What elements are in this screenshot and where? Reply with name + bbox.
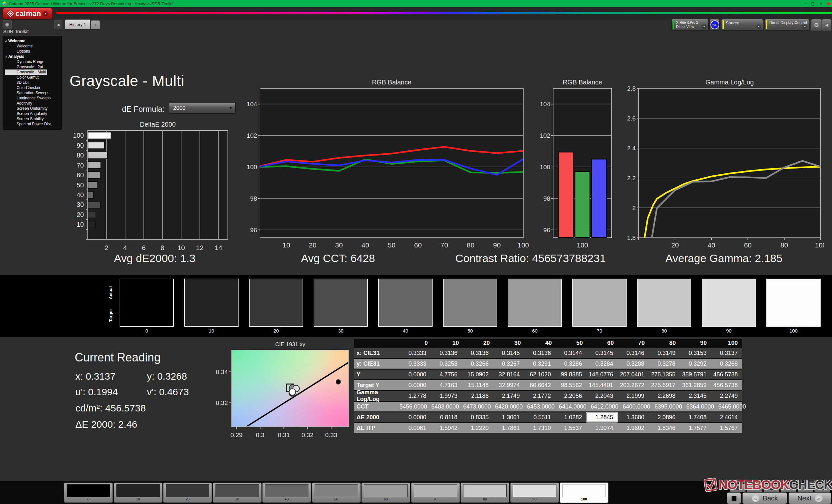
table-cell[interactable]: 1.7408 xyxy=(680,413,711,422)
meter-button[interactable]: X-Rite i1Pro 2 Direct View ▼ xyxy=(672,19,708,30)
table-cell[interactable]: 60.6642 xyxy=(524,380,555,390)
table-cell[interactable]: 0.3292 xyxy=(680,359,711,369)
table-cell[interactable]: 2.2043 xyxy=(586,391,618,401)
table-cell[interactable]: 1.9973 xyxy=(431,391,462,401)
table-cell[interactable]: 1.9802 xyxy=(618,423,649,433)
table-cell[interactable]: 0.3286 xyxy=(555,359,586,369)
table-cell[interactable]: 0.3291 xyxy=(524,359,555,369)
table-cell[interactable]: 0.3136 xyxy=(431,348,462,358)
table-cell[interactable]: 361.2859 xyxy=(680,380,711,390)
table-cell[interactable]: 1.7577 xyxy=(680,423,711,433)
table-cell[interactable]: 1.7861 xyxy=(493,423,524,433)
sidebar-item-screen-stability[interactable]: Screen Stability xyxy=(5,116,60,121)
table-cell[interactable]: 32.9974 xyxy=(493,380,524,390)
transport-button[interactable] xyxy=(798,484,813,492)
sidebar-group[interactable]: ◢Welcome xyxy=(5,38,60,44)
de-formula-dropdown[interactable]: 2000 ▼ xyxy=(169,103,236,114)
table-cell[interactable]: 5456.0000 xyxy=(399,402,431,412)
table-cell[interactable]: 0.3253 xyxy=(431,359,462,369)
table-cell[interactable]: 0.3144 xyxy=(555,348,586,358)
pattern-button-0[interactable]: 0 xyxy=(64,482,113,503)
table-cell[interactable]: 1.5942 xyxy=(431,423,462,433)
pattern-button-90[interactable]: 90 xyxy=(510,482,559,503)
table-cell[interactable]: 0.0000 xyxy=(399,369,431,379)
settings-button[interactable]: ⚙ xyxy=(811,19,822,31)
table-cell[interactable]: 0.3288 xyxy=(618,359,649,369)
table-cell[interactable]: 2.1772 xyxy=(524,391,555,401)
table-cell[interactable]: 1.3061 xyxy=(493,413,524,422)
table-cell[interactable]: 4.7163 xyxy=(431,380,462,390)
table-cell[interactable]: 0.3145 xyxy=(493,348,524,358)
sidebar-item-color-gamut[interactable]: Color Gamut xyxy=(5,75,60,80)
table-cell[interactable]: 0.3146 xyxy=(618,348,649,358)
sidebar-item-colorchecker[interactable]: ColorChecker xyxy=(5,85,60,90)
table-cell[interactable]: 1.5767 xyxy=(711,423,742,433)
table-cell[interactable]: 1.0282 xyxy=(555,413,586,422)
table-cell[interactable]: 275.1355 xyxy=(649,369,680,379)
table-cell[interactable]: 0.3333 xyxy=(399,348,431,358)
table-cell[interactable]: 6465.0000 xyxy=(718,402,750,412)
table-cell[interactable]: 0.0000 xyxy=(399,380,431,390)
table-cell[interactable]: 6420.0000 xyxy=(495,402,527,412)
table-cell[interactable]: 0.3153 xyxy=(680,348,711,358)
pattern-button-70[interactable]: 70 xyxy=(411,482,460,503)
table-cell[interactable]: 6364.0000 xyxy=(686,402,718,412)
table-cell[interactable]: 0.3137 xyxy=(711,348,742,358)
table-cell[interactable]: 456.5738 xyxy=(711,380,742,390)
transport-button[interactable] xyxy=(730,484,746,492)
transport-button[interactable] xyxy=(781,484,796,492)
sidebar-item-grayscale-2pt[interactable]: Grayscale - 2pt xyxy=(5,64,60,69)
stop-button[interactable] xyxy=(727,492,741,504)
sidebar-item-3d-lut[interactable]: 3D LUT xyxy=(5,80,60,85)
sidebar-item-screen-angularity[interactable]: Screen Angularity xyxy=(5,111,60,116)
table-cell[interactable]: 2.2056 xyxy=(555,391,586,401)
table-cell[interactable]: 6412.0000 xyxy=(591,402,623,412)
table-cell[interactable]: 0.3267 xyxy=(493,359,524,369)
table-cell[interactable]: 1.7310 xyxy=(524,423,555,433)
close-icon[interactable]: ✕ xyxy=(819,0,823,7)
table-cell[interactable]: 15.1148 xyxy=(462,380,493,390)
display-control-button[interactable]: Direct Display Control ▼ xyxy=(765,19,809,30)
table-cell[interactable]: 1.2845 xyxy=(586,413,618,422)
table-cell[interactable]: 32.8164 xyxy=(493,369,524,379)
pattern-button-50[interactable]: 50 xyxy=(312,482,361,503)
pattern-button-10[interactable]: 10 xyxy=(114,482,162,503)
calman-menu-button[interactable]: calman ▼ xyxy=(3,8,53,19)
table-cell[interactable]: 2.2749 xyxy=(711,391,742,401)
pattern-button-80[interactable]: 80 xyxy=(461,482,509,503)
table-cell[interactable]: 203.2672 xyxy=(618,380,649,390)
table-cell[interactable]: 1.2778 xyxy=(399,391,431,401)
sidebar-item-options[interactable]: Options xyxy=(5,49,60,54)
table-cell[interactable]: 207.0401 xyxy=(618,369,649,379)
maximize-icon[interactable]: ▢ xyxy=(811,0,815,7)
collapse-sidebar-button[interactable]: ◀ xyxy=(54,20,62,29)
table-cell[interactable]: 0.5511 xyxy=(524,413,555,422)
table-cell[interactable]: 275.6917 xyxy=(649,380,680,390)
table-cell[interactable]: 0.3278 xyxy=(649,359,680,369)
pattern-button-40[interactable]: 40 xyxy=(262,482,311,503)
table-cell[interactable]: 62.1020 xyxy=(524,369,555,379)
sidebar-group[interactable]: ◢Analysis xyxy=(5,54,60,59)
table-cell[interactable]: 6473.0000 xyxy=(463,402,495,412)
table-cell[interactable]: 1.3680 xyxy=(618,413,649,422)
sidebar-item-welcome[interactable]: Welcome xyxy=(5,44,60,49)
table-cell[interactable]: 0.3333 xyxy=(399,359,431,369)
table-cell[interactable]: 15.0902 xyxy=(462,369,493,379)
table-cell[interactable]: 0.3284 xyxy=(586,359,618,369)
sidebar-item-additivity[interactable]: Additivity xyxy=(5,101,60,106)
table-cell[interactable]: 2.1186 xyxy=(462,391,493,401)
table-cell[interactable]: 0.8118 xyxy=(431,413,462,422)
table-cell[interactable]: 0.3136 xyxy=(524,348,555,358)
workspace-button[interactable] xyxy=(3,20,12,29)
back-button[interactable]: « Back xyxy=(742,492,787,504)
table-cell[interactable]: 2.3145 xyxy=(680,391,711,401)
collapse-panel-button[interactable]: ◀ xyxy=(822,19,831,31)
sidebar-item-spectral-power-dist-[interactable]: Spectral Power Dist. xyxy=(5,121,60,127)
pattern-button-20[interactable]: 20 xyxy=(163,482,212,503)
table-cell[interactable]: 6414.0000 xyxy=(559,402,591,412)
table-cell[interactable]: 1.8346 xyxy=(649,423,680,433)
table-cell[interactable]: 0.0061 xyxy=(399,423,431,433)
table-cell[interactable]: 359.5791 xyxy=(680,369,711,379)
table-cell[interactable]: 6400.0000 xyxy=(623,402,654,412)
table-cell[interactable]: 148.0776 xyxy=(586,369,618,379)
